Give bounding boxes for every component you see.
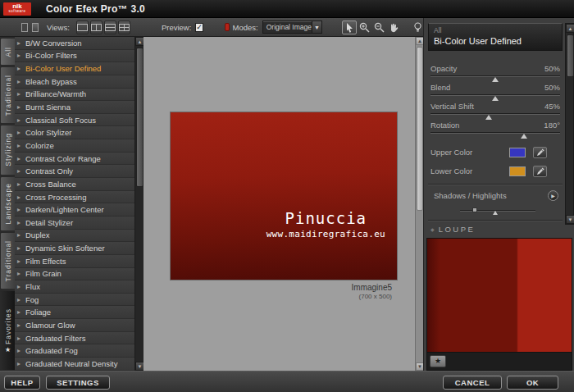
tab-label: Traditional — [4, 240, 12, 281]
slider-thumb[interactable] — [492, 96, 499, 101]
slider-thumb[interactable] — [492, 77, 499, 82]
single-layout-icon[interactable] — [32, 23, 39, 32]
filter-item[interactable]: ▸Graduated Filters — [15, 332, 134, 345]
preview-image[interactable]: Pinuccia www.maidiregrafica.eu — [171, 112, 397, 280]
pan-tool-button[interactable] — [386, 21, 401, 34]
filter-item[interactable]: ▸Colorize — [15, 139, 134, 153]
filter-item[interactable]: ▸Darken/Lighten Center — [15, 203, 134, 217]
loupe-header[interactable]: ◆ LOUPE — [430, 225, 475, 234]
thumbnail-layout-icon[interactable] — [21, 23, 28, 32]
filter-item[interactable]: ▸Brilliance/Warmth — [15, 89, 134, 102]
slider-opacity: Opacity50% — [430, 64, 560, 83]
filter-item[interactable]: ▸Graduated Fog — [15, 344, 134, 358]
filter-item[interactable]: ▸Contrast Color Range — [15, 153, 134, 166]
view-split-horizontal-button[interactable] — [104, 21, 116, 34]
lightbulb-icon — [413, 22, 422, 33]
view-single-button[interactable] — [76, 21, 89, 34]
eyedropper-button[interactable] — [533, 166, 547, 177]
view-split-vertical-button[interactable] — [90, 21, 102, 34]
filter-label: Contrast Only — [25, 166, 73, 175]
diamond-icon: ◆ — [430, 226, 435, 232]
scroll-up-button[interactable]: ▲ — [566, 24, 574, 33]
view-side-by-side-button[interactable] — [118, 21, 130, 34]
arrow-down-icon: ▼ — [138, 364, 143, 369]
filter-item[interactable]: ▸B/W Conversion — [15, 37, 134, 50]
zoom-out-tool-button[interactable] — [371, 21, 386, 34]
modes-dropdown[interactable]: Original Image ▼ — [262, 21, 322, 34]
filter-item[interactable]: ▸Cross Balance — [15, 178, 134, 191]
slider-label: Blend — [430, 83, 450, 92]
filter-item[interactable]: ▸Dynamic Skin Softener — [15, 242, 134, 255]
preview-checkbox[interactable]: ✓ — [195, 23, 203, 32]
check-icon: ✓ — [196, 23, 203, 31]
split-horizontal-icon — [105, 24, 116, 31]
filter-item[interactable]: ▸Film Effects — [15, 255, 134, 268]
filter-settings-panel: All Bi-Color User Defined ▲ ▼ Opacity50%… — [423, 18, 574, 371]
toolbar: Views: Preview: ✓ Modes: Original Image … — [0, 18, 423, 37]
loupe-view[interactable] — [427, 239, 572, 352]
filter-label: Colorize — [25, 141, 54, 150]
loupe-label: LOUPE — [439, 225, 476, 234]
ok-button[interactable]: OK — [507, 376, 558, 390]
color-group: Upper ColorLower Color — [430, 143, 560, 180]
expand-icon: ▸ — [17, 296, 25, 303]
loupe-pin-button[interactable]: ★ — [430, 355, 446, 367]
slider-thumb[interactable] — [493, 211, 498, 215]
hand-icon — [389, 22, 399, 33]
color-swatch[interactable] — [509, 166, 526, 176]
filter-item[interactable]: ▸Foliage — [15, 306, 134, 319]
canvas-scrollbar[interactable]: ▲ ▼ — [415, 37, 423, 371]
filter-item[interactable]: ▸Burnt Sienna — [15, 101, 134, 114]
scroll-down-button[interactable]: ▼ — [566, 215, 574, 224]
filter-item[interactable]: ▸Detail Stylizer — [15, 217, 134, 230]
panel-scrollbar[interactable]: ▲ ▼ — [565, 23, 574, 225]
filter-item[interactable]: ▸Bi-Color User Defined — [15, 62, 134, 75]
slider-handle[interactable] — [472, 207, 477, 212]
tab-stylizing[interactable]: Stylizing — [0, 125, 15, 175]
filter-item[interactable]: ▸Graduated Neutral Density — [15, 358, 134, 371]
divider — [428, 184, 563, 185]
slider-track[interactable] — [430, 74, 560, 82]
color-row-upper-color: Upper Color — [430, 143, 560, 162]
slider-thumb[interactable] — [485, 115, 492, 120]
filter-item[interactable]: ▸Duplex — [15, 230, 134, 243]
background-color-tool-button[interactable] — [412, 21, 423, 34]
select-tool-button[interactable] — [342, 21, 357, 34]
filter-item[interactable]: ▸Cross Processing — [15, 191, 134, 204]
tab-favorites[interactable]: Favorites★ — [0, 290, 15, 371]
filter-list-scrollbar[interactable]: ▲ ▼ — [134, 37, 144, 371]
image-caption: Immagine5 (700 x 500) — [171, 283, 397, 300]
tab-landscape[interactable]: Landscape — [0, 176, 15, 232]
filter-item[interactable]: ▸Bleach Bypass — [15, 75, 134, 89]
slider-thumb[interactable] — [521, 134, 527, 139]
tool-group — [342, 21, 401, 34]
filter-item[interactable]: ▸Flux — [15, 280, 134, 294]
filter-item[interactable]: ▸Classical Soft Focus — [15, 114, 134, 127]
scrollbar-thumb[interactable] — [567, 34, 574, 77]
cancel-button[interactable]: CANCEL — [443, 376, 502, 390]
expand-icon: ▸ — [17, 206, 25, 213]
filter-item[interactable]: ▸Color Stylizer — [15, 126, 134, 139]
expand-shadows-button[interactable]: ▶ — [548, 190, 558, 201]
scrollbar-thumb[interactable] — [136, 48, 144, 187]
filter-item[interactable]: ▸Film Grain — [15, 268, 134, 281]
slider-track[interactable] — [430, 112, 560, 120]
slider-track[interactable] — [430, 130, 560, 139]
scrollbar-thumb[interactable] — [417, 47, 423, 211]
eyedropper-icon — [536, 167, 544, 175]
color-swatch[interactable] — [509, 148, 526, 157]
shadows-slider[interactable] — [460, 207, 535, 215]
tab-traditional[interactable]: Traditional — [0, 66, 15, 124]
eyedropper-button[interactable] — [533, 147, 547, 158]
tab-all[interactable]: All — [0, 38, 15, 66]
filter-item[interactable]: ▸Glamour Glow — [15, 319, 134, 332]
tab-traditional[interactable]: Traditional — [0, 232, 15, 289]
filter-item[interactable]: ▸Fog — [15, 294, 134, 307]
zoom-in-tool-button[interactable] — [357, 21, 371, 34]
filter-item[interactable]: ▸Contrast Only — [15, 165, 134, 178]
settings-button[interactable]: SETTINGS — [46, 376, 110, 390]
expand-icon: ▸ — [17, 283, 25, 290]
help-button[interactable]: HELP — [4, 376, 40, 390]
slider-track[interactable] — [430, 93, 560, 101]
filter-item[interactable]: ▸Bi-Color Filters — [15, 50, 134, 63]
